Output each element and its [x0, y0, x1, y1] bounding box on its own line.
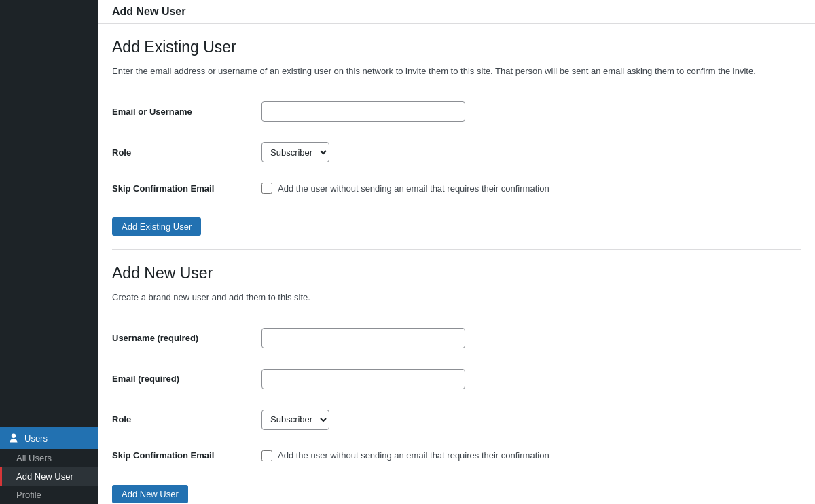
content-area: Add Existing User Enter the email addres… [98, 24, 815, 504]
username-row: Username (required) [112, 318, 801, 359]
sidebar-item-users[interactable]: Users [0, 427, 98, 449]
add-existing-description: Enter the email address or username of a… [112, 65, 801, 78]
add-new-heading: Add New User [112, 264, 801, 284]
section-divider [112, 249, 801, 250]
add-existing-user-button[interactable]: Add Existing User [112, 217, 201, 236]
email-input[interactable] [261, 369, 465, 389]
email-or-username-row: Email or Username [112, 91, 801, 132]
new-role-row: Role Subscriber Contributor Author Edito… [112, 399, 801, 440]
new-skip-confirmation-row: Skip Confirmation Email Add the user wit… [112, 440, 801, 471]
existing-role-label: Role [112, 147, 131, 158]
sidebar-subitem-all-users[interactable]: All Users [0, 449, 98, 467]
sidebar-users-label: Users [24, 433, 48, 444]
add-existing-heading: Add Existing User [112, 37, 801, 58]
existing-role-select[interactable]: Subscriber Contributor Author Editor Adm… [261, 142, 329, 162]
sidebar-subitem-profile[interactable]: Profile [0, 486, 98, 504]
new-skip-checkbox-label: Add the user without sending an email th… [278, 450, 549, 461]
users-icon [8, 433, 19, 444]
existing-skip-checkbox[interactable] [261, 183, 272, 194]
new-skip-checkbox-row: Add the user without sending an email th… [261, 450, 801, 461]
add-existing-form-table: Email or Username Role Subscriber Contri… [112, 91, 801, 204]
email-username-label: Email or Username [112, 107, 192, 117]
existing-skip-checkbox-row: Add the user without sending an email th… [261, 183, 801, 194]
add-new-section: Add New User Create a brand new user and… [112, 264, 801, 503]
add-new-user-button[interactable]: Add New User [112, 485, 188, 503]
username-label: Username (required) [112, 333, 198, 343]
page-title-bar: Add New User [98, 0, 815, 24]
new-role-select[interactable]: Subscriber Contributor Author Editor Adm… [261, 410, 329, 430]
new-role-label: Role [112, 414, 131, 425]
sidebar-users-section: Users All Users Add New User Profile [0, 427, 98, 504]
new-skip-label: Skip Confirmation Email [112, 450, 214, 461]
existing-skip-confirmation-row: Skip Confirmation Email Add the user wit… [112, 173, 801, 204]
add-new-form-table: Username (required) Email (required) [112, 318, 801, 471]
add-new-description: Create a brand new user and add them to … [112, 291, 801, 304]
email-label: Email (required) [112, 374, 179, 384]
add-existing-section: Add Existing User Enter the email addres… [112, 37, 801, 236]
username-input[interactable] [261, 328, 465, 348]
existing-role-row: Role Subscriber Contributor Author Edito… [112, 132, 801, 173]
email-username-input[interactable] [261, 101, 465, 122]
sidebar-subitem-add-new-user[interactable]: Add New User [0, 467, 98, 486]
main-content: Add New User Add Existing User Enter the… [98, 0, 815, 504]
sidebar: Users All Users Add New User Profile [0, 0, 98, 504]
sidebar-submenu: All Users Add New User Profile [0, 449, 98, 504]
page-title: Add New User [112, 5, 185, 17]
existing-skip-label: Skip Confirmation Email [112, 183, 214, 194]
new-skip-checkbox[interactable] [261, 450, 272, 461]
existing-skip-checkbox-label: Add the user without sending an email th… [278, 183, 549, 194]
email-row: Email (required) [112, 359, 801, 399]
